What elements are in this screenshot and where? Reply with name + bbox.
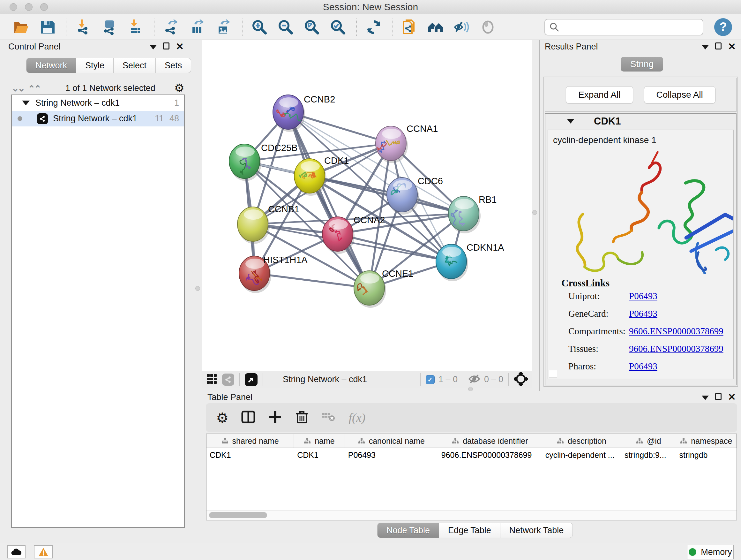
tab-sets[interactable]: Sets — [156, 58, 191, 73]
column-header[interactable]: shared name — [206, 434, 294, 448]
table-cell[interactable]: CDK1 — [206, 448, 294, 462]
export-image-icon[interactable] — [214, 18, 233, 37]
network-row[interactable]: String Network – cdk1 11 48 — [12, 111, 184, 126]
table-row[interactable]: CDK1CDK1P064939606.ENSP00000378699cyclin… — [206, 448, 737, 462]
panel-close-icon[interactable]: ✕ — [728, 393, 736, 401]
zoom-fit-icon[interactable] — [302, 18, 321, 37]
tab-network[interactable]: Network — [26, 58, 76, 73]
collection-expand-icon[interactable] — [22, 101, 30, 105]
expand-all-networks-icon[interactable]: ⌄⌄ — [11, 83, 24, 94]
export-table-icon[interactable] — [188, 18, 207, 37]
tab-string[interactable]: String — [621, 57, 663, 71]
table-cell[interactable]: CDK1 — [294, 448, 345, 462]
tab-node-table[interactable]: Node Table — [377, 523, 439, 538]
crosslink-link[interactable]: P06493 — [629, 291, 657, 301]
selected-items-checkbox-icon[interactable]: ✓ — [426, 375, 434, 384]
tab-style[interactable]: Style — [76, 58, 114, 73]
network-node-cdk1[interactable] — [294, 159, 327, 196]
network-node-cdc6[interactable] — [387, 178, 419, 214]
left-splitter-handle[interactable] — [195, 286, 200, 291]
import-network-from-database-icon[interactable] — [100, 18, 119, 37]
scrollbar-thumb[interactable] — [209, 512, 267, 518]
collapse-all-networks-icon[interactable]: ⌄⌄ — [29, 83, 42, 94]
panel-float-icon[interactable] — [715, 43, 722, 51]
crosslink-link[interactable]: 9606.ENSP00000378699 — [629, 344, 724, 354]
memory-button[interactable]: Memory — [687, 545, 734, 559]
save-session-icon[interactable] — [38, 18, 57, 37]
table-horizontal-scrollbar[interactable] — [206, 510, 737, 520]
right-splitter-handle[interactable] — [532, 210, 537, 215]
table-cell[interactable]: P06493 — [345, 448, 438, 462]
zoom-selected-icon[interactable] — [329, 18, 347, 37]
protein-collapse-icon[interactable] — [567, 119, 574, 124]
warnings-button[interactable] — [34, 545, 53, 558]
network-node-ccnb2[interactable] — [273, 95, 305, 132]
open-cybrowser-document-icon[interactable] — [400, 18, 419, 37]
panel-close-icon[interactable]: ✕ — [728, 43, 736, 51]
network-edge[interactable] — [254, 273, 369, 288]
protein-name: CDK1 — [594, 116, 621, 127]
network-node-cdc25b[interactable] — [229, 144, 261, 181]
share-view-icon[interactable] — [222, 374, 234, 386]
tab-network-table[interactable]: Network Table — [500, 523, 573, 538]
crosslink-link[interactable]: P06493 — [629, 308, 657, 319]
column-header[interactable]: name — [294, 434, 345, 448]
column-header[interactable]: @id — [621, 434, 676, 448]
panel-float-icon[interactable] — [715, 393, 722, 401]
delete-table-icon[interactable] — [322, 410, 336, 425]
column-header[interactable]: namespace — [676, 434, 737, 448]
network-node-rb1[interactable] — [448, 196, 481, 233]
network-canvas-svg[interactable]: CCNB2CCNA1CDC25BCDK1CDC6RB1CCNB1CCNA2CDK… — [202, 40, 532, 370]
grid-view-icon[interactable] — [206, 373, 218, 386]
table-cell[interactable]: cyclin-dependent ... — [542, 448, 621, 462]
panel-menu-icon[interactable] — [702, 43, 709, 51]
bottom-splitter-handle[interactable] — [468, 387, 473, 391]
home-icon[interactable] — [426, 18, 445, 37]
table-options-gear-icon[interactable]: ⚙ — [216, 410, 228, 426]
import-table-from-file-icon[interactable] — [126, 18, 145, 37]
protein-section: CDK1 cyclin-dependent kinase 1 — [545, 113, 737, 385]
search-input[interactable] — [560, 22, 699, 32]
node-label: CDKN1A — [467, 242, 504, 253]
network-node-ccna1[interactable] — [376, 126, 408, 163]
network-node-cdkn1a[interactable] — [436, 244, 468, 281]
birdseye-navigator-icon[interactable] — [514, 372, 528, 387]
crosslink-link[interactable]: P06493 — [629, 361, 657, 372]
show-columns-icon[interactable] — [241, 410, 255, 425]
column-header[interactable]: database identifier — [438, 434, 542, 448]
function-builder-icon[interactable]: f(x) — [348, 411, 365, 425]
hide-graphics-details-icon[interactable] — [453, 18, 471, 37]
help-icon[interactable]: ? — [714, 18, 732, 36]
panel-menu-icon[interactable] — [702, 393, 709, 401]
add-column-icon[interactable] — [268, 410, 282, 425]
import-network-from-file-icon[interactable] — [74, 18, 92, 37]
column-header[interactable]: description — [542, 434, 621, 448]
network-collection-row[interactable]: String Network – cdk1 1 — [12, 95, 184, 111]
show-graphics-details-icon[interactable] — [479, 18, 497, 37]
network-node-ccne1[interactable] — [354, 271, 386, 308]
network-options-gear-icon[interactable]: ⚙ — [174, 81, 185, 95]
collapse-all-button[interactable]: Collapse All — [644, 86, 716, 104]
tab-select[interactable]: Select — [114, 58, 156, 73]
search-box[interactable] — [544, 19, 703, 36]
zoom-out-icon[interactable] — [276, 18, 295, 37]
crosslink-link[interactable]: 9606.ENSP00000378699 — [629, 326, 724, 336]
delete-column-icon[interactable] — [295, 410, 309, 425]
network-node-ccna2[interactable] — [322, 217, 354, 254]
zoom-in-icon[interactable] — [250, 18, 269, 37]
panel-close-icon[interactable]: ✕ — [176, 43, 184, 51]
expand-all-button[interactable]: Expand All — [566, 86, 633, 104]
protein-panel-scrollbar[interactable] — [549, 370, 557, 378]
detach-view-icon[interactable] — [245, 373, 258, 386]
open-session-icon[interactable] — [12, 18, 30, 37]
table-cell[interactable]: stringdb:9... — [621, 448, 676, 462]
table-cell[interactable]: stringdb — [676, 448, 737, 462]
column-header[interactable]: canonical name — [345, 434, 438, 448]
panel-menu-icon[interactable] — [150, 43, 157, 51]
export-network-icon[interactable] — [162, 18, 181, 37]
table-cell[interactable]: 9606.ENSP00000378699 — [438, 448, 542, 462]
refresh-view-icon[interactable] — [364, 18, 383, 37]
tab-edge-table[interactable]: Edge Table — [439, 523, 500, 538]
panel-float-icon[interactable] — [163, 43, 170, 51]
cloud-button[interactable] — [7, 545, 25, 558]
